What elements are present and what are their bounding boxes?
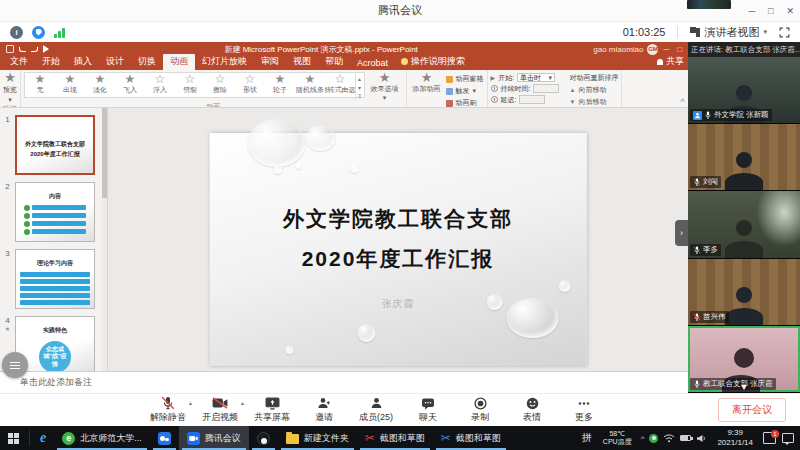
- notification-icon[interactable]: 1: [763, 432, 776, 444]
- taskbar-tencent-meeting[interactable]: 腾讯会议: [179, 426, 249, 450]
- taskbar-qq[interactable]: [249, 426, 278, 450]
- maximize-button[interactable]: □: [768, 6, 773, 16]
- anim-split[interactable]: ☆劈裂: [175, 74, 205, 96]
- mic-off-icon: [161, 396, 175, 410]
- invite-button[interactable]: 邀请: [306, 396, 342, 424]
- thumbnail-scrollbar[interactable]: [102, 108, 107, 371]
- taskbar-netdisk[interactable]: [150, 426, 179, 450]
- trigger-button[interactable]: 触发▾: [446, 86, 484, 96]
- video-options-caret[interactable]: ▴: [241, 399, 244, 406]
- tell-me-search[interactable]: 操作说明搜索: [401, 55, 465, 70]
- meeting-toolbar-handle[interactable]: [2, 352, 28, 378]
- scroll-participants-down-icon[interactable]: ▼: [740, 382, 749, 392]
- taskbar-snip-1[interactable]: ✂ 截图和草图: [357, 426, 433, 450]
- anim-none[interactable]: ★无: [25, 74, 55, 96]
- delay-input[interactable]: [519, 95, 545, 104]
- ime-indicator[interactable]: 拼: [576, 431, 598, 445]
- battery-icon[interactable]: [680, 435, 691, 441]
- video-tile[interactable]: 刘闯: [688, 124, 800, 191]
- tray-expand-icon[interactable]: ^: [641, 434, 645, 443]
- taskbar-browser[interactable]: e 北京师范大学...: [54, 426, 150, 450]
- cpu-temp-widget[interactable]: 58℃CPU温度: [598, 430, 637, 446]
- anim-wheel[interactable]: ★轮子: [265, 74, 295, 96]
- move-later-button[interactable]: ▼向后移动: [569, 97, 618, 107]
- add-animation-button[interactable]: ★ 添加动画: [410, 72, 444, 94]
- save-icon[interactable]: [6, 45, 14, 53]
- tab-acrobat[interactable]: Acrobat: [350, 57, 395, 70]
- video-tile[interactable]: 外文学院 张新颖: [688, 57, 800, 124]
- tab-transitions[interactable]: 切换: [131, 54, 163, 70]
- fullscreen-icon[interactable]: [779, 27, 790, 38]
- redo-icon[interactable]: [31, 47, 38, 52]
- start-slideshow-icon[interactable]: [43, 45, 49, 53]
- animation-pane-button[interactable]: 动画窗格: [446, 74, 484, 84]
- bubble-graphic: [296, 163, 302, 169]
- video-tile[interactable]: 苗兴伟: [688, 259, 800, 326]
- browser-icon: e: [62, 432, 75, 445]
- tab-design[interactable]: 设计: [99, 54, 131, 70]
- tab-insert[interactable]: 插入: [67, 54, 99, 70]
- ppt-share-button[interactable]: 共享: [657, 55, 684, 68]
- tab-help[interactable]: 帮助: [318, 54, 350, 70]
- duration-input[interactable]: [533, 84, 559, 93]
- meeting-info-icon[interactable]: i: [10, 26, 23, 39]
- anim-fade[interactable]: ★淡化: [85, 74, 115, 96]
- tab-review[interactable]: 审阅: [254, 54, 286, 70]
- effect-options-button[interactable]: ★ 效果选项 ▾: [367, 72, 403, 102]
- gallery-scroll[interactable]: ▴ ▾ ≡: [355, 74, 364, 100]
- anim-swivel[interactable]: ☆翻转式由远..: [325, 74, 355, 96]
- collapse-ribbon-icon[interactable]: ˄: [680, 96, 685, 105]
- anim-randombars[interactable]: ★随机线条: [295, 74, 325, 96]
- tab-slideshow[interactable]: 幻灯片放映: [195, 54, 254, 70]
- tab-home[interactable]: 开始: [35, 54, 67, 70]
- taskbar-clock[interactable]: 9:392021/1/14: [711, 428, 759, 447]
- anim-wipe[interactable]: ☆擦除: [205, 74, 235, 96]
- expand-panel-button[interactable]: ›: [675, 220, 688, 246]
- tab-animations[interactable]: 动画: [163, 54, 195, 70]
- account-area[interactable]: gao miaomiao GM: [593, 44, 658, 55]
- unmute-button[interactable]: 解除静音 ▴: [150, 396, 186, 424]
- animation-painter-button[interactable]: 动画刷: [446, 98, 484, 108]
- tab-file[interactable]: 文件: [3, 54, 35, 70]
- action-center-icon[interactable]: [782, 433, 794, 443]
- taskbar-ie[interactable]: e: [32, 426, 54, 450]
- wifi-icon[interactable]: [663, 434, 675, 443]
- anim-shape[interactable]: ☆形状: [235, 74, 265, 96]
- move-earlier-button[interactable]: ▲向前移动: [569, 85, 618, 95]
- chevron-down-icon: ▾: [8, 96, 12, 104]
- slide-thumbnail-3[interactable]: 理论学习内容: [15, 249, 95, 309]
- leave-meeting-button[interactable]: 离开会议: [718, 398, 786, 422]
- taskbar-snip-2[interactable]: ✂ 截图和草图: [433, 426, 509, 450]
- slide-thumbnail-2[interactable]: 内容: [15, 182, 95, 242]
- start-video-button[interactable]: 开启视频 ▴: [202, 396, 238, 424]
- record-button[interactable]: 录制: [462, 396, 498, 424]
- mic-options-caret[interactable]: ▴: [189, 399, 192, 406]
- start-button[interactable]: [0, 426, 27, 450]
- speaker-icon[interactable]: [696, 434, 707, 443]
- security-shield-icon[interactable]: [32, 26, 45, 39]
- notes-placeholder[interactable]: 单击此处添加备注: [0, 371, 688, 393]
- start-value-dropdown[interactable]: 单击时▾: [517, 73, 555, 82]
- share-screen-button[interactable]: 共享屏幕: [254, 396, 290, 424]
- anim-floatin[interactable]: ☆浮入: [145, 74, 175, 96]
- preview-button[interactable]: ★ 预览 ▾: [3, 72, 17, 104]
- slide-canvas[interactable]: 外文学院教工联合支部 2020年度工作汇报 张庆霞: [210, 133, 587, 366]
- slide-thumbnail-1[interactable]: 外文学院教工联合支部2020年度工作汇报: [15, 115, 95, 175]
- tab-view[interactable]: 视图: [286, 54, 318, 70]
- undo-icon[interactable]: [19, 47, 26, 52]
- members-button[interactable]: 成员(25): [358, 396, 394, 424]
- ppt-minimize-button[interactable]: ─: [663, 45, 669, 54]
- anim-appear[interactable]: ★出现: [55, 74, 85, 96]
- slide-editor: 外文学院教工联合支部 2020年度工作汇报 张庆霞 ›: [108, 108, 688, 371]
- close-button[interactable]: ✕: [786, 6, 794, 16]
- emoji-button[interactable]: 表情: [514, 396, 550, 424]
- video-tile[interactable]: 李多: [688, 191, 800, 258]
- minimize-button[interactable]: ─: [749, 6, 755, 16]
- speaker-view-button[interactable]: 演讲者视图 ▾: [690, 25, 767, 40]
- antivirus-tray-icon[interactable]: [649, 434, 658, 443]
- ppt-maximize-button[interactable]: □: [677, 45, 682, 54]
- more-button[interactable]: 更多: [566, 396, 602, 424]
- chat-button[interactable]: 聊天: [410, 396, 446, 424]
- taskbar-folder[interactable]: 新建文件夹: [278, 426, 357, 450]
- anim-flyin[interactable]: ★飞入: [115, 74, 145, 96]
